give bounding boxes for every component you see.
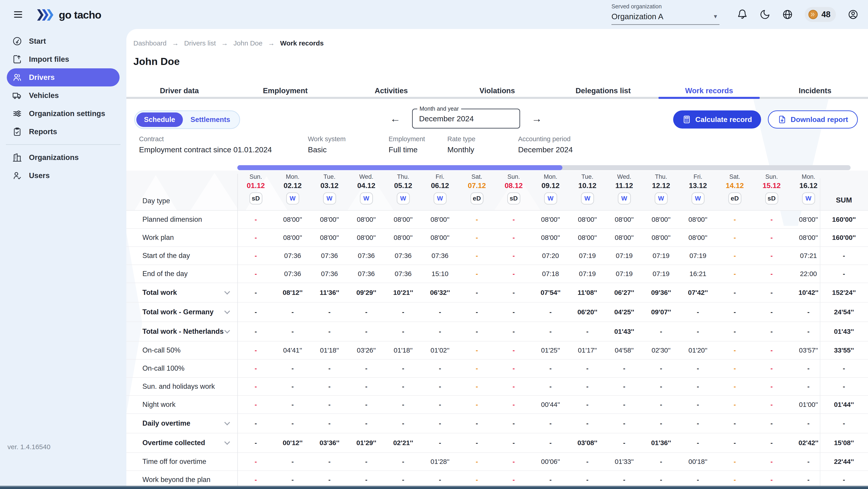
value-cell: - xyxy=(274,476,311,484)
value-cell: - xyxy=(532,328,569,335)
value-cell: - xyxy=(716,234,753,241)
served-organization-select[interactable]: Served organization Organization A ▼ xyxy=(612,3,719,25)
day-type-badge: W xyxy=(434,192,447,205)
summary-field-value: Full time xyxy=(389,145,425,154)
value-cell: 08'00'' xyxy=(643,234,680,241)
value-cell: - xyxy=(716,215,753,223)
tab-delegations-list[interactable]: Delegations list xyxy=(550,84,656,97)
summary-field-label: Contract xyxy=(139,135,272,143)
horizontal-scrollbar[interactable] xyxy=(0,486,868,489)
value-cell: - xyxy=(495,215,532,223)
value-cell: - xyxy=(385,401,422,408)
view-toggle-settlements[interactable]: Settlements xyxy=(183,112,238,127)
moon-icon[interactable] xyxy=(760,9,770,20)
row-day-cells: -----01'28''--00'06''-01'33''-00'18''--- xyxy=(237,458,820,465)
value-cell: 07'54'' xyxy=(532,289,569,296)
chevron-down-icon[interactable] xyxy=(224,439,230,444)
value-cell: - xyxy=(753,308,790,316)
value-cell: 06'27'' xyxy=(606,289,643,296)
value-cell: - xyxy=(237,252,274,260)
breadcrumb-item[interactable]: Drivers list xyxy=(184,39,216,47)
sum-cell: 24'54'' xyxy=(820,308,868,316)
value-cell: 01'43'' xyxy=(606,328,643,335)
tab-violations[interactable]: Violations xyxy=(444,84,550,97)
value-cell: - xyxy=(716,365,753,372)
value-cell: - xyxy=(237,234,274,241)
row-day-cells: ---------------- xyxy=(237,476,820,484)
sidebar-item-label: Drivers xyxy=(29,73,55,82)
month-input[interactable]: Month and year December 2024 xyxy=(412,109,520,128)
value-cell: 08'00'' xyxy=(532,234,569,241)
chevron-down-icon[interactable] xyxy=(224,289,230,294)
day-column-header: Wed.04.12W xyxy=(348,173,385,211)
sidebar-item-users[interactable]: Users xyxy=(7,167,120,185)
value-cell: 01'33'' xyxy=(606,458,643,465)
value-cell: - xyxy=(458,383,495,390)
sidebar-item-drivers[interactable]: Drivers xyxy=(7,68,120,86)
day-weekday: Mon. xyxy=(286,173,299,180)
value-cell: 03'36'' xyxy=(311,439,348,447)
value-cell: - xyxy=(495,234,532,241)
day-date: 12.12 xyxy=(652,180,670,191)
tab-work-records[interactable]: Work records xyxy=(656,84,762,97)
value-cell: - xyxy=(716,328,753,335)
account-icon[interactable] xyxy=(848,9,859,20)
value-cell: - xyxy=(569,458,606,465)
day-column-header: Mon.16.12W xyxy=(790,173,820,211)
value-cell: - xyxy=(495,439,532,447)
value-cell: - xyxy=(458,270,495,278)
calculate-record-button[interactable]: Calculate record xyxy=(673,110,761,128)
tab-employment[interactable]: Employment xyxy=(232,84,338,97)
value-cell: 09'07'' xyxy=(643,308,680,316)
credits-badge[interactable]: 48 xyxy=(805,7,836,22)
clipboard-icon xyxy=(12,127,22,137)
day-columns-header: Sun.01.12sDMon.02.12WTue.03.12WWed.04.12… xyxy=(237,173,820,211)
tab-driver-data[interactable]: Driver data xyxy=(126,84,232,97)
value-cell: 07:21 xyxy=(790,252,820,260)
value-cell: - xyxy=(458,365,495,372)
day-date: 04.12 xyxy=(357,180,375,191)
value-cell: - xyxy=(532,365,569,372)
value-cell: - xyxy=(237,346,274,354)
value-cell: - xyxy=(569,476,606,484)
sidebar-item-import-files[interactable]: Import files xyxy=(7,50,120,68)
day-date: 02.12 xyxy=(283,180,302,191)
day-type-badge: W xyxy=(544,192,557,205)
sidebar-item-vehicles[interactable]: Vehicles xyxy=(7,86,120,105)
bell-icon[interactable] xyxy=(737,9,748,20)
value-cell: - xyxy=(458,439,495,447)
sidebar-item-organizations[interactable]: Organizations xyxy=(7,148,120,167)
day-date: 15.12 xyxy=(763,180,780,191)
sum-cell: - xyxy=(820,270,868,278)
next-month-button[interactable]: → xyxy=(530,112,544,125)
row-label-cell: On-call 100% xyxy=(126,364,237,372)
served-organization-label: Served organization xyxy=(612,3,719,10)
summary-field-label: Work system xyxy=(308,135,346,143)
chevron-down-icon[interactable] xyxy=(224,308,230,314)
tab-activities[interactable]: Activities xyxy=(338,84,444,97)
value-cell: - xyxy=(348,476,385,484)
value-cell: 07:36 xyxy=(274,270,311,278)
breadcrumb-item[interactable]: John Doe xyxy=(234,39,262,47)
view-toggle-schedule[interactable]: Schedule xyxy=(136,112,183,127)
chevron-down-icon[interactable] xyxy=(224,420,230,425)
previous-month-button[interactable]: ← xyxy=(389,112,402,125)
tab-incidents[interactable]: Incidents xyxy=(762,84,868,97)
day-weekday: Sun. xyxy=(765,173,778,180)
value-cell: 08'00'' xyxy=(606,215,643,223)
sidebar-item-organization-settings[interactable]: Organization settings xyxy=(7,105,120,123)
chevron-down-icon[interactable] xyxy=(224,328,230,333)
breadcrumb: Dashboard→Drivers list→John Doe→Work rec… xyxy=(133,39,324,47)
sidebar-item-start[interactable]: Start xyxy=(7,32,120,50)
menu-icon[interactable] xyxy=(13,9,24,20)
download-report-button[interactable]: Download report xyxy=(768,110,858,128)
sum-cell: 33'55'' xyxy=(820,346,868,354)
value-cell: - xyxy=(532,420,569,427)
value-cell: - xyxy=(385,420,422,427)
breadcrumb-item[interactable]: Dashboard xyxy=(133,39,166,47)
logo-text: go tacho xyxy=(59,8,101,21)
globe-icon[interactable] xyxy=(782,9,793,20)
download-report-label: Download report xyxy=(791,115,848,124)
sidebar-item-reports[interactable]: Reports xyxy=(7,123,120,141)
value-cell: 07:19 xyxy=(643,252,680,260)
